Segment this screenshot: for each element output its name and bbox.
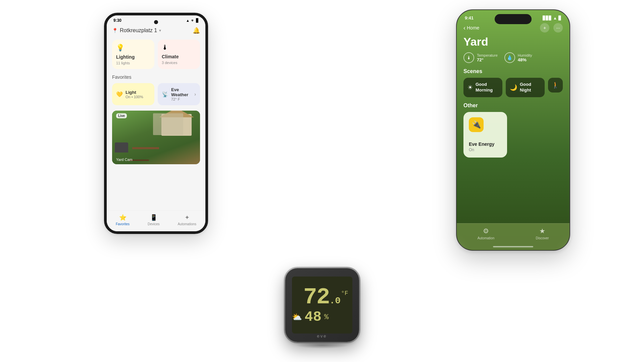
sun-icon: ☀ (467, 84, 473, 91)
temperature-unit-display: °F (341, 290, 348, 297)
chevron-right-icon: › (194, 92, 196, 97)
android-camera-cutout (154, 20, 158, 24)
android-nav-favorites[interactable]: ⭐ Favorites (116, 214, 130, 226)
android-nav-devices[interactable]: 📱 Devices (148, 214, 160, 226)
live-badge: Live (116, 113, 127, 118)
plus-icon: + (543, 25, 546, 31)
wifi-icon: ᯤ (191, 18, 195, 22)
scene-extra-button[interactable]: 🚶 (548, 78, 563, 93)
house-bg-2 (153, 113, 183, 135)
weather-fav-status: 72° F (171, 97, 192, 101)
climate-title: Climate (162, 54, 196, 59)
chevron-down-icon: ▾ (159, 28, 161, 33)
good-morning-scene[interactable]: ☀ Good Morning (463, 78, 502, 97)
light-fav-name: Light (126, 90, 150, 95)
ios-signal-icon: ▊▊▊ (543, 16, 552, 20)
battery-icon: ▊ (196, 18, 199, 23)
eve-humidity-row: ⛅ 48 % (292, 310, 352, 324)
eve-energy-card[interactable]: 🔌 Eve Energy On (463, 112, 507, 158)
ios-stats-row: 🌡 Temperature 72° 💧 Humidity 48% (457, 52, 569, 68)
running-icon: 🚶 (552, 81, 559, 89)
ios-main-content: 9:41 ▊▊▊ ▲ ▊ ‹ Home + (457, 10, 569, 250)
ios-status-icons: ▊▊▊ ▲ ▊ (543, 16, 561, 20)
android-location-name: Rotkreuzplatz 1 (120, 27, 157, 34)
eve-device-shadow (295, 342, 349, 349)
outdoor-table (132, 147, 159, 149)
eve-device-body: °F 72 .0 ⛅ 48 % eve (285, 268, 359, 342)
ios-other-section: Other 🔌 Eve Energy On (457, 103, 569, 158)
bell-icon[interactable]: 🔔 (193, 27, 200, 34)
android-location[interactable]: 📍 Rotkreuzplatz 1 ▾ (112, 27, 161, 34)
climate-icon: 🌡 (162, 44, 196, 51)
climate-category-card[interactable]: 🌡 Climate 3 devices (158, 40, 200, 69)
ios-battery-icon: ▊ (558, 16, 561, 20)
android-status-icons: ▲ ᯤ ▊ (186, 18, 199, 23)
android-nav-automations[interactable]: ✦ Automations (178, 214, 196, 226)
android-categories: 💡 Lighting 11 lights 🌡 Climate 3 devices (112, 40, 200, 69)
moon-icon: 🌙 (510, 84, 517, 91)
android-time: 9:30 (113, 18, 121, 23)
good-night-label: Good Night (520, 82, 541, 93)
scene: 9:30 ▲ ᯤ ▊ 📍 Rotkreuzplatz 1 ▾ 🔔 (0, 0, 644, 362)
yard-cam-card[interactable]: Live Yard Cam (112, 111, 200, 164)
cam-background (112, 111, 200, 164)
eve-humidity-display: 48 (305, 310, 321, 324)
eve-screen: °F 72 .0 ⛅ 48 % (292, 277, 352, 334)
dynamic-island (495, 14, 532, 24)
eve-humidity-unit: % (324, 313, 329, 321)
eve-weather-icon: ⛅ (292, 312, 302, 322)
ios-back-button[interactable]: ‹ Home (463, 24, 479, 32)
automations-nav-label: Automations (178, 222, 196, 226)
temperature-label: Temperature (477, 53, 498, 57)
android-phone: 9:30 ▲ ᯤ ▊ 📍 Rotkreuzplatz 1 ▾ 🔔 (104, 13, 208, 234)
weather-fav-name: Eve Weather (171, 87, 192, 97)
eve-energy-status: On (469, 147, 502, 152)
eve-weather-device: °F 72 .0 ⛅ 48 % eve (285, 268, 359, 342)
ios-phone: 9:41 ▊▊▊ ▲ ▊ ‹ Home + (456, 9, 570, 251)
favorites-nav-label: Favorites (116, 222, 130, 226)
grill (115, 142, 128, 153)
automations-nav-icon: ✦ (185, 214, 190, 221)
good-night-scene[interactable]: 🌙 Good Night (506, 78, 545, 97)
cam-label: Yard Cam (116, 158, 133, 162)
devices-nav-label: Devices (148, 222, 160, 226)
ios-add-button[interactable]: + (540, 23, 549, 33)
chevron-left-icon: ‹ (463, 24, 465, 32)
climate-subtitle: 3 devices (162, 61, 196, 65)
weather-fav-icon: 📡 (162, 91, 168, 98)
ios-more-button[interactable]: ··· (553, 23, 563, 33)
light-favorite-card[interactable]: 💛 Light On • 100% (112, 83, 154, 105)
humidity-icon: 💧 (504, 52, 515, 63)
other-section-header: Other (463, 103, 563, 112)
good-morning-label: Good Morning (476, 82, 498, 93)
humidity-stat: 💧 Humidity 48% (504, 52, 532, 63)
android-main-content: 💡 Lighting 11 lights 🌡 Climate 3 devices… (107, 37, 205, 210)
more-icon: ··· (556, 25, 560, 31)
devices-nav-icon: 📱 (150, 214, 157, 221)
light-fav-icon: 💛 (116, 91, 123, 98)
lighting-title: Lighting (116, 54, 150, 60)
scenes-section-header: Scenes (457, 68, 569, 78)
signal-icon: ▲ (186, 18, 190, 22)
temperature-icon: 🌡 (463, 52, 474, 63)
favorites-nav-icon: ⭐ (119, 214, 127, 221)
ios-page-title: Yard (457, 35, 569, 52)
eve-energy-icon-wrap: 🔌 (469, 117, 484, 132)
eve-brand-label: eve (317, 334, 327, 339)
eve-energy-name: Eve Energy (469, 141, 502, 147)
lighting-subtitle: 11 lights (116, 61, 150, 65)
ios-back-label: Home (467, 25, 479, 31)
ios-wifi-icon: ▲ (553, 16, 557, 20)
lighting-icon: 💡 (116, 44, 150, 52)
eve-temp-decimal: .0 (330, 296, 341, 306)
ios-time: 9:41 (465, 15, 474, 20)
weather-favorite-card[interactable]: 📡 Eve Weather 72° F › (158, 83, 200, 105)
eve-temperature-display: 72 (303, 286, 330, 309)
light-fav-status: On • 100% (126, 95, 150, 99)
lighting-category-card[interactable]: 💡 Lighting 11 lights (112, 40, 154, 69)
humidity-label: Humidity (518, 53, 532, 57)
location-icon: 📍 (112, 28, 118, 33)
ios-scenes-row: ☀ Good Morning 🌙 Good Night 🚶 (457, 78, 569, 103)
humidity-value: 48% (518, 57, 532, 62)
temperature-value: 72° (477, 57, 498, 62)
